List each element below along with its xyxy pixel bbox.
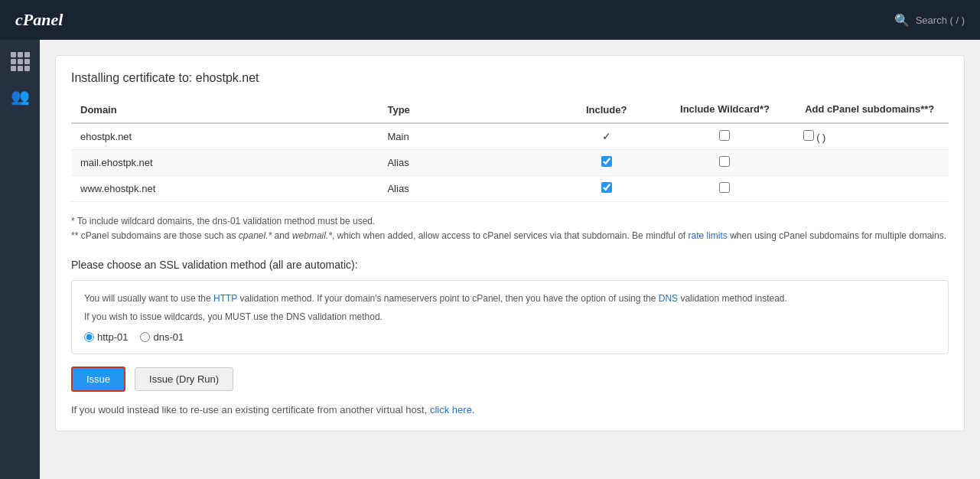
sidebar: 👥 xyxy=(0,40,40,479)
note-1: * To include wildcard domains, the dns-0… xyxy=(71,214,949,229)
ssl-section-title: Please choose an SSL validation method (… xyxy=(71,259,949,271)
domain-cell: www.ehostpk.net xyxy=(71,175,378,201)
cpanel-cell[interactable]: ( ) xyxy=(791,123,949,150)
col-header-wildcard: Include Wildcard*? xyxy=(659,97,790,123)
footer-note: If you would instead like to re-use an e… xyxy=(71,404,949,415)
radio-label-http: http-01 xyxy=(97,331,128,343)
domain-cell: mail.ehostpk.net xyxy=(71,149,378,175)
sidebar-item-home[interactable] xyxy=(6,47,34,75)
dns-link[interactable]: DNS xyxy=(659,293,678,304)
radio-dns-01[interactable]: dns-01 xyxy=(140,331,184,343)
rate-limits-link[interactable]: rate limits xyxy=(689,230,728,241)
grid-icon xyxy=(11,52,30,71)
cpanel-cell xyxy=(791,175,949,201)
page-title: Installing certificate to: ehostpk.net xyxy=(71,71,949,85)
ssl-info-box: You will usually want to use the HTTP va… xyxy=(71,280,949,354)
cpanel-logo: cPanel xyxy=(15,10,63,30)
domain-table: Domain Type Include? Include Wildcard*? … xyxy=(71,97,949,202)
radio-input-dns[interactable] xyxy=(140,332,150,342)
radio-http-01[interactable]: http-01 xyxy=(84,331,128,343)
note-2: ** cPanel subdomains are those such as c… xyxy=(71,229,949,243)
table-row: www.ehostpk.net Alias xyxy=(71,175,949,201)
wildcard-cell[interactable] xyxy=(659,123,790,150)
col-header-cpanel: Add cPanel subdomains**? xyxy=(791,97,949,123)
search-label: Search ( / ) xyxy=(916,15,965,26)
search-area[interactable]: 🔍 Search ( / ) xyxy=(894,13,965,28)
issue-button[interactable]: Issue xyxy=(71,367,125,392)
wildcard-cell[interactable] xyxy=(659,149,790,175)
wildcard-checkbox[interactable] xyxy=(719,156,730,167)
click-here-link[interactable]: click here xyxy=(430,404,472,415)
footer-note-before: If you would instead like to re-use an e… xyxy=(71,404,430,415)
http-link[interactable]: HTTP xyxy=(213,293,237,304)
cpanel-cell xyxy=(791,149,949,175)
radio-input-http[interactable] xyxy=(84,332,94,342)
wildcard-checkbox[interactable] xyxy=(719,182,730,193)
sidebar-item-users[interactable]: 👥 xyxy=(6,83,34,110)
wildcard-cell[interactable] xyxy=(659,175,790,201)
main-content: Installing certificate to: ehostpk.net D… xyxy=(40,40,980,479)
radio-group: http-01 dns-01 xyxy=(84,331,936,343)
cpanel-extra: ( ) xyxy=(816,132,825,143)
table-row: ehostpk.net Main ✓ ( ) xyxy=(71,123,949,150)
header: cPanel 🔍 Search ( / ) xyxy=(0,0,980,40)
col-header-type: Type xyxy=(378,97,553,123)
col-header-include: Include? xyxy=(554,97,659,123)
checkmark-icon: ✓ xyxy=(602,130,611,142)
domain-cell: ehostpk.net xyxy=(71,123,378,150)
type-cell: Alias xyxy=(378,175,553,201)
cpanel-checkbox[interactable] xyxy=(803,130,814,141)
include-cell: ✓ xyxy=(554,123,659,150)
table-row: mail.ehostpk.net Alias xyxy=(71,149,949,175)
search-icon: 🔍 xyxy=(894,13,910,28)
notes-section: * To include wildcard domains, the dns-0… xyxy=(71,214,949,243)
include-checkbox[interactable] xyxy=(601,182,612,193)
button-row: Issue Issue (Dry Run) xyxy=(71,367,949,392)
include-checkbox[interactable] xyxy=(601,156,612,167)
include-cell[interactable] xyxy=(554,149,659,175)
radio-label-dns: dns-01 xyxy=(153,331,184,343)
footer-note-after: . xyxy=(472,404,475,415)
dry-run-button[interactable]: Issue (Dry Run) xyxy=(135,367,233,391)
type-cell: Main xyxy=(378,123,553,150)
wildcard-checkbox[interactable] xyxy=(719,130,730,141)
content-panel: Installing certificate to: ehostpk.net D… xyxy=(55,55,965,432)
ssl-info-line-1: You will usually want to use the HTTP va… xyxy=(84,292,936,305)
col-header-domain: Domain xyxy=(71,97,378,123)
ssl-info-line-2: If you wish to issue wildcards, you MUST… xyxy=(84,310,936,324)
type-cell: Alias xyxy=(378,149,553,175)
include-cell[interactable] xyxy=(554,175,659,201)
